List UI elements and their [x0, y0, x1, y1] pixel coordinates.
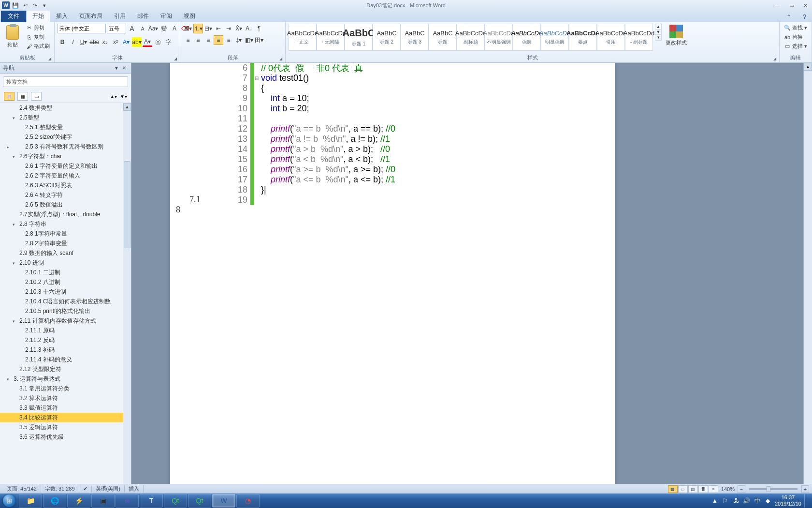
style-item[interactable]: AaBbCcDd· 正文 — [289, 24, 317, 51]
nav-view-pages[interactable]: ▦ — [17, 92, 28, 101]
sort-button[interactable]: A↓ — [244, 24, 254, 33]
asian-layout-button[interactable]: X̂▾ — [234, 24, 244, 33]
bold-button[interactable]: B — [58, 37, 67, 47]
clipboard-dialog-launcher[interactable]: ◢ — [48, 57, 53, 61]
paste-button[interactable]: 粘贴 — [3, 24, 22, 49]
tab-references[interactable]: 引用 — [108, 10, 131, 22]
enclose-char-button[interactable]: 字 — [164, 37, 174, 47]
decrease-indent-button[interactable]: ⇤ — [214, 24, 223, 33]
tab-layout[interactable]: 页面布局 — [73, 10, 108, 22]
ribbon-minimize-icon[interactable]: ⌃ — [781, 12, 797, 22]
nav-item[interactable]: 2.8.2字符串变量 — [0, 239, 131, 248]
status-page[interactable]: 页面: 45/142 — [3, 485, 41, 493]
style-item[interactable]: AaBbC标题 2 — [373, 24, 401, 51]
nav-item[interactable]: 2.6.1 字符变量的定义和输出 — [0, 161, 131, 171]
nav-item[interactable]: 2.10.4 C语言如何表示相应进制数 — [0, 297, 131, 306]
nav-item[interactable]: 2.12 类型限定符 — [0, 364, 131, 374]
style-item[interactable]: AaBbCcDd副标题 — [457, 24, 485, 51]
show-desktop-button[interactable] — [804, 494, 809, 508]
tab-home[interactable]: 开始 — [26, 10, 50, 22]
align-left-button[interactable]: ≡ — [183, 35, 193, 45]
style-item[interactable]: AaBbCcDd- 副标题 — [625, 24, 653, 51]
replace-button[interactable]: ab替换 — [783, 33, 809, 41]
close-button[interactable]: ✕ — [800, 2, 810, 9]
tray-flag-icon[interactable]: ⚐ — [722, 497, 729, 505]
redo-icon[interactable]: ↷ — [31, 1, 39, 9]
nav-item[interactable]: 2.11.4 补码的意义 — [0, 355, 131, 364]
text-effects-button[interactable]: A▾ — [121, 37, 131, 47]
zoom-in-button[interactable]: + — [801, 485, 809, 493]
view-outline[interactable]: ≣ — [698, 485, 708, 493]
shrink-font-button[interactable]: A — [138, 24, 147, 33]
view-print-layout[interactable]: ▦ — [668, 485, 678, 493]
clock[interactable]: 16:37 2019/12/10 — [775, 494, 801, 507]
zoom-out-button[interactable]: − — [738, 485, 745, 493]
change-case-button[interactable]: Aa▾ — [148, 24, 158, 33]
nav-tree[interactable]: 2.4 数据类型▾2.5整型2.5.1 整型变量2.5.2 sizeof关键字▸… — [0, 103, 131, 493]
nav-item[interactable]: ▾3. 运算符与表达式 — [0, 374, 131, 384]
undo-icon[interactable]: ↶ — [21, 1, 29, 9]
find-button[interactable]: 🔍查找 ▾ — [783, 24, 809, 32]
italic-button[interactable]: I — [68, 37, 78, 47]
highlight-button[interactable]: ab▾ — [132, 37, 142, 47]
taskbar-app-qt1[interactable]: Qt — [164, 494, 187, 508]
nav-item[interactable]: 2.9 数据的输入 scanf — [0, 248, 131, 258]
align-justify-button[interactable]: ≡ — [214, 35, 223, 45]
cut-button[interactable]: ✂剪切 — [24, 24, 51, 32]
nav-item[interactable]: ▾2.6字符型：char — [0, 151, 131, 161]
status-lang[interactable]: 英语(美国) — [92, 485, 125, 493]
nav-item[interactable]: 2.6.3 ASCII对照表 — [0, 180, 131, 190]
nav-scroll-thumb[interactable] — [124, 161, 130, 248]
taskbar-app-thunder[interactable]: ⚡ — [67, 494, 90, 508]
nav-item[interactable]: 2.5.2 sizeof关键字 — [0, 132, 131, 142]
nav-item[interactable]: 3.5 逻辑运算符 — [0, 422, 131, 432]
page[interactable]: 6// 0代表 假 非0 代表 真7⊟void test01()8{9 int … — [170, 63, 615, 493]
paragraph-dialog-launcher[interactable]: ◢ — [279, 57, 284, 61]
nav-item[interactable]: 2.5.1 整型变量 — [0, 122, 131, 132]
style-item[interactable]: AaBbC标题 — [429, 24, 457, 51]
taskbar-app-app9[interactable]: ◔ — [236, 494, 260, 508]
tab-mailings[interactable]: 邮件 — [131, 10, 155, 22]
nav-item[interactable]: ▾2.8 字符串 — [0, 219, 131, 229]
nav-item[interactable]: ▾2.10 进制 — [0, 258, 131, 268]
nav-item[interactable]: 2.8.1字符串常量 — [0, 229, 131, 239]
tab-view[interactable]: 视图 — [178, 10, 201, 22]
view-fullscreen[interactable]: ▭ — [678, 485, 688, 493]
numbering-button[interactable]: ⒈▾ — [193, 24, 203, 33]
styles-dialog-launcher[interactable]: ◢ — [773, 57, 778, 61]
zoom-level[interactable]: 140% — [718, 486, 738, 492]
taskbar-app-explorer[interactable]: 📁 — [19, 494, 42, 508]
increase-indent-button[interactable]: ⇥ — [224, 24, 233, 33]
nav-view-results[interactable]: ▭ — [31, 92, 42, 101]
font-color-button[interactable]: A▾ — [143, 37, 152, 47]
nav-dropdown-icon[interactable]: ▼ — [113, 64, 120, 72]
view-web[interactable]: ▤ — [688, 485, 698, 493]
font-dialog-launcher[interactable]: ◢ — [174, 57, 179, 61]
style-item[interactable]: AaBbCcDd强调 — [513, 24, 541, 51]
nav-view-headings[interactable]: ≣ — [4, 92, 14, 101]
borders-button[interactable]: 田▾ — [254, 35, 264, 45]
minimize-button[interactable]: — — [773, 2, 783, 9]
nav-item[interactable]: 2.7实型(浮点型)：float、double — [0, 209, 131, 219]
nav-item[interactable]: 2.10.1 二进制 — [0, 268, 131, 277]
styles-scroll[interactable]: ▲▼▾ — [655, 24, 662, 41]
nav-item[interactable]: 2.6.2 字符变量的输入 — [0, 171, 131, 180]
vertical-scrollbar[interactable]: ▲ ▼ — [803, 63, 812, 493]
font-size-combo[interactable] — [107, 24, 126, 33]
nav-item[interactable]: 2.6.5 数值溢出 — [0, 200, 131, 209]
multilevel-button[interactable]: ⊟▾ — [203, 24, 213, 33]
nav-item[interactable]: 2.11.3 补码 — [0, 345, 131, 355]
style-item[interactable]: AaBbC标题 1 — [345, 24, 373, 51]
restore-button[interactable]: ▭ — [787, 2, 797, 9]
zoom-slider[interactable] — [749, 488, 798, 490]
nav-next-icon[interactable]: ▼▾ — [120, 94, 127, 99]
taskbar-app-txt[interactable]: T — [140, 494, 163, 508]
nav-search-input[interactable] — [3, 76, 128, 87]
style-item[interactable]: AaBbCcDd引用 — [597, 24, 625, 51]
help-icon[interactable]: ? — [797, 12, 812, 22]
status-mode[interactable]: 插入 — [125, 485, 144, 493]
tray-sound-icon[interactable]: 🔊 — [743, 497, 751, 505]
strike-button[interactable]: abc — [89, 37, 99, 47]
shading-button[interactable]: ◧▾ — [244, 35, 254, 45]
phonetic-button[interactable]: 變 — [159, 24, 169, 33]
